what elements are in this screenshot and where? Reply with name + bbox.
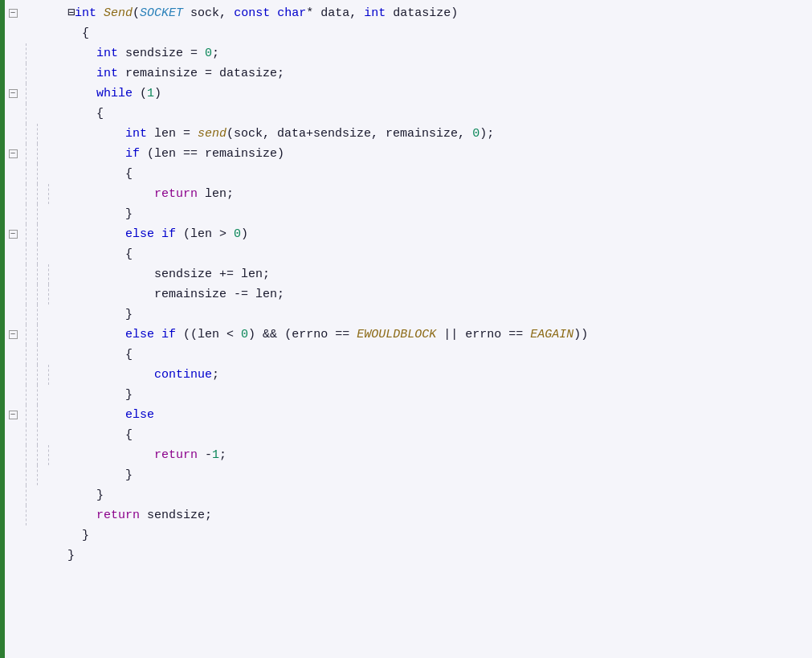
indent-guide <box>21 345 32 365</box>
code-line: { <box>5 345 812 365</box>
indent-guide <box>43 304 55 325</box>
indent-guide <box>32 365 43 385</box>
code-line: continue; <box>5 365 812 385</box>
source-code: int sendsize = 0; <box>66 43 812 63</box>
collapse-button <box>5 124 21 144</box>
indent-guide <box>55 23 66 43</box>
indent-guide <box>43 425 55 445</box>
indent-guide <box>32 84 43 104</box>
indent-guide <box>32 325 43 345</box>
indent-guide <box>32 43 43 63</box>
indent-guide <box>32 164 43 184</box>
code-line: − else if (len > 0) <box>5 224 812 244</box>
indent-guide <box>55 144 66 164</box>
indent-guide <box>21 264 32 284</box>
indent-guide <box>32 505 43 525</box>
code-line: − else if ((len < 0) && (errno == EWOULD… <box>5 325 812 345</box>
indent-guide <box>43 204 55 224</box>
collapse-button[interactable]: − <box>5 224 21 244</box>
indent-guide <box>21 525 32 546</box>
source-code: else if ((len < 0) && (errno == EWOULDBL… <box>66 325 812 345</box>
indent-guide <box>55 43 66 63</box>
indent-guide <box>32 385 43 405</box>
indent-guide <box>55 184 66 204</box>
collapse-button[interactable]: − <box>5 144 21 164</box>
indent-guide <box>21 84 32 104</box>
indent-guide <box>21 164 32 184</box>
code-line: int sendsize = 0; <box>5 43 812 63</box>
indent-guide <box>21 284 32 304</box>
indent-guide <box>43 525 55 546</box>
indent-guide <box>32 144 43 164</box>
collapse-button <box>5 525 21 546</box>
indent-guide <box>43 546 55 566</box>
indent-guide <box>43 264 55 284</box>
indent-guide <box>43 405 55 425</box>
indent-guide <box>32 244 43 264</box>
code-view: −⊟int Send(SOCKET sock, const char* data… <box>5 3 812 566</box>
indent-guide <box>32 345 43 365</box>
code-line: return len; <box>5 184 812 204</box>
indent-guide <box>55 244 66 264</box>
editor-container: −⊟int Send(SOCKET sock, const char* data… <box>0 0 812 658</box>
indent-guide <box>43 144 55 164</box>
collapse-button[interactable]: − <box>5 325 21 345</box>
code-line: { <box>5 164 812 184</box>
collapse-button <box>5 204 21 224</box>
code-line: } <box>5 546 812 566</box>
code-line: − else <box>5 405 812 425</box>
source-code: return -1; <box>66 445 812 465</box>
indent-guide <box>32 204 43 224</box>
source-code: int remainsize = datasize; <box>66 63 812 84</box>
indent-guide <box>32 184 43 204</box>
indent-guide <box>55 284 66 304</box>
source-code: else <box>66 405 812 425</box>
source-code: } <box>66 204 812 224</box>
indent-guide <box>21 325 32 345</box>
collapse-button <box>5 304 21 325</box>
collapse-button <box>5 425 21 445</box>
code-line: } <box>5 385 812 405</box>
code-line: − while (1) <box>5 84 812 104</box>
indent-guide <box>43 84 55 104</box>
indent-guide <box>21 425 32 445</box>
collapse-button <box>5 546 21 566</box>
collapse-button <box>5 485 21 505</box>
indent-guide <box>55 445 66 465</box>
indent-guide <box>21 546 32 566</box>
indent-guide <box>55 264 66 284</box>
indent-guide <box>43 385 55 405</box>
indent-guide <box>55 365 66 385</box>
code-line: int remainsize = datasize; <box>5 63 812 84</box>
indent-guide <box>55 304 66 325</box>
collapse-button[interactable]: − <box>5 3 21 23</box>
indent-guide <box>43 3 55 23</box>
code-line: int len = send(sock, data+sendsize, rema… <box>5 124 812 144</box>
indent-guide <box>55 505 66 525</box>
indent-guide <box>43 505 55 525</box>
code-line: { <box>5 425 812 445</box>
indent-guide <box>55 164 66 184</box>
code-line: } <box>5 485 812 505</box>
source-code: int len = send(sock, data+sendsize, rema… <box>66 124 812 144</box>
indent-guide <box>55 224 66 244</box>
code-line: { <box>5 244 812 264</box>
indent-guide <box>55 485 66 505</box>
indent-guide <box>43 124 55 144</box>
collapse-button[interactable]: − <box>5 405 21 425</box>
indent-guide <box>21 365 32 385</box>
code-line: return -1; <box>5 445 812 465</box>
indent-guide <box>21 405 32 425</box>
source-code: continue; <box>66 365 812 385</box>
collapse-button <box>5 104 21 124</box>
indent-guide <box>55 405 66 425</box>
code-line: − if (len == remainsize) <box>5 144 812 164</box>
collapse-button <box>5 365 21 385</box>
indent-guide <box>21 124 32 144</box>
indent-guide <box>21 43 32 63</box>
code-line: sendsize += len; <box>5 264 812 284</box>
indent-guide <box>32 525 43 546</box>
indent-guide <box>21 184 32 204</box>
collapse-button[interactable]: − <box>5 84 21 104</box>
indent-guide <box>43 445 55 465</box>
